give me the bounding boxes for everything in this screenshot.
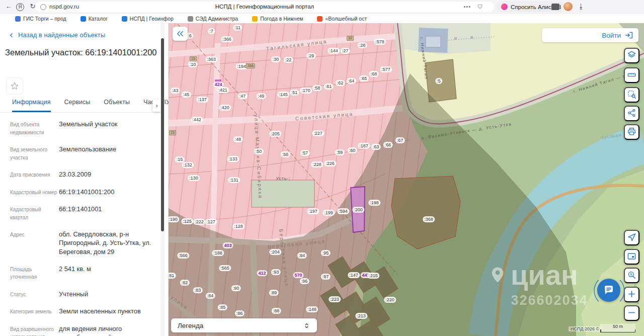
parcel-label[interactable]: :48: [233, 136, 243, 142]
parcel-label[interactable]: :205: [269, 131, 281, 137]
area-select-button[interactable]: [624, 87, 639, 103]
parcel-label[interactable]: :27: [341, 48, 350, 54]
parcel-label[interactable]: :132: [182, 162, 194, 168]
bookmark-icon[interactable]: ⛉: [478, 4, 482, 10]
parcel-label[interactable]: :97: [321, 274, 331, 280]
bookmark-item[interactable]: СЭД Администра: [188, 16, 238, 22]
parcel-label[interactable]: :197: [307, 208, 319, 214]
parcel-label[interactable]: :61: [324, 83, 334, 90]
parcel-label[interactable]: :85: [218, 304, 227, 310]
parcel-label[interactable]: :187: [358, 143, 370, 149]
parcel-label[interactable]: :421: [217, 87, 229, 93]
parcel-label[interactable]: :204: [269, 249, 281, 255]
parcel-label[interactable]: :226: [324, 160, 336, 166]
parcel-label[interactable]: :94: [297, 253, 307, 259]
parcel-label[interactable]: :565: [219, 265, 231, 271]
parcel-label[interactable]: 36А: [246, 63, 255, 68]
panel-scrollbar-thumb[interactable]: [161, 38, 164, 231]
parcel-label[interactable]: :62: [336, 80, 345, 86]
parcel-label[interactable]: :213: [355, 313, 367, 319]
parcel-label[interactable]: :566: [177, 253, 189, 259]
parcel-label[interactable]: :133: [227, 156, 239, 162]
bookmark-item[interactable]: Погода в Нижнем: [252, 16, 303, 22]
map-search-button[interactable]: [624, 268, 639, 283]
parcel-label[interactable]: :88: [272, 308, 281, 314]
parcel-label[interactable]: :363: [205, 56, 217, 62]
extension-icon[interactable]: [551, 4, 559, 10]
parcel-label[interactable]: :22: [284, 57, 293, 63]
parcel-label[interactable]: :63: [371, 144, 381, 150]
parcel-label[interactable]: :81: [169, 273, 176, 279]
parcel-label[interactable]: :222: [193, 219, 205, 225]
parcel-label[interactable]: :29: [306, 53, 316, 59]
parcel-label[interactable]: 15: [190, 56, 197, 61]
collapse-panel-button[interactable]: [173, 27, 188, 41]
locate-button[interactable]: [624, 230, 639, 245]
zoom-out-button[interactable]: [624, 305, 639, 321]
parcel-label[interactable]: :89: [269, 290, 279, 296]
parcel-label[interactable]: :137: [196, 97, 208, 103]
parcel-label[interactable]: :66: [383, 142, 393, 148]
parcel-label[interactable]: 412: [257, 270, 267, 276]
back-link[interactable]: Назад в найденные объекты: [8, 31, 105, 39]
parcel-label[interactable]: :58: [312, 85, 322, 91]
parcel-label[interactable]: :15: [175, 156, 185, 162]
parcel-label[interactable]: :594: [337, 208, 349, 214]
legend-bar[interactable]: Легенда: [171, 318, 317, 332]
login-button[interactable]: Войти: [542, 28, 638, 42]
zoom-in-button[interactable]: [624, 287, 639, 302]
favorite-button[interactable]: [6, 77, 23, 95]
parcel-label[interactable]: :578: [374, 39, 386, 45]
parcel-label[interactable]: :145: [277, 92, 289, 98]
parcel-label[interactable]: :96: [300, 278, 309, 284]
parcel-label[interactable]: :368: [423, 216, 435, 222]
parcel-label[interactable]: :49: [257, 93, 266, 99]
parcel-label[interactable]: :227: [312, 130, 324, 136]
parcel-label[interactable]: :47: [238, 93, 248, 99]
avatar[interactable]: [564, 2, 573, 11]
tab[interactable]: Сервисы: [64, 99, 91, 112]
download-icon[interactable]: ⭳: [577, 2, 586, 11]
parcel-label[interactable]: :200: [352, 207, 364, 213]
parcel-label[interactable]: :125: [181, 218, 193, 224]
parcel-label[interactable]: :84: [206, 293, 215, 299]
parcel-label[interactable]: :199: [323, 210, 335, 216]
layers-button[interactable]: [624, 48, 639, 63]
parcel-label[interactable]: 570: [293, 272, 303, 278]
tab[interactable]: Объекты: [104, 99, 130, 112]
parcel-label[interactable]: :215: [367, 273, 379, 279]
parcel-label[interactable]: :43: [171, 88, 180, 94]
parcel-label[interactable]: :68: [369, 71, 379, 77]
bookmark-item[interactable]: Каталог: [80, 16, 108, 22]
map-canvas[interactable]: Тагильская улицаСоветская улицаулица Мам…: [169, 23, 644, 336]
parcel-label[interactable]: :50: [254, 148, 264, 154]
parcel-label[interactable]: :90: [231, 285, 241, 291]
parcel-label[interactable]: :60: [348, 147, 357, 153]
parcel-label[interactable]: :577: [380, 66, 392, 72]
back-nav-icon[interactable]: ←: [4, 2, 13, 11]
parcel-label[interactable]: :56: [281, 151, 290, 157]
parcel-label[interactable]: :65: [359, 75, 369, 81]
share-button[interactable]: [624, 106, 639, 121]
parcel-label[interactable]: :10: [188, 61, 198, 67]
tabs-scroll-button[interactable]: ›: [152, 100, 161, 112]
parcel-label[interactable]: 403: [222, 242, 233, 248]
parcel-label[interactable]: Усть-:: [275, 176, 292, 182]
parcel-label[interactable]: :67: [395, 137, 405, 143]
bookmark-item[interactable]: «Волшебный ост: [317, 16, 367, 22]
parcel-label[interactable]: :170: [300, 88, 312, 94]
parcel-label[interactable]: :223: [329, 296, 341, 302]
parcel-label[interactable]: :147: [348, 272, 360, 278]
bookmark-item[interactable]: ГИС Торги – прод: [15, 16, 66, 22]
parcel-label[interactable]: :442: [191, 117, 203, 123]
parcel-label[interactable]: :7: [208, 28, 215, 34]
parcel-label[interactable]: 23: [169, 130, 176, 135]
parcel-label[interactable]: :95: [321, 250, 331, 256]
parcel-label[interactable]: :30: [271, 56, 281, 62]
parcel-label[interactable]: :198: [368, 200, 380, 206]
parcel-label[interactable]: :188: [212, 250, 224, 256]
parcel-label[interactable]: :5: [435, 78, 442, 84]
parcel-label[interactable]: :127: [205, 219, 217, 225]
parcel-label[interactable]: :83: [193, 287, 203, 293]
parcel-label[interactable]: :59: [335, 149, 345, 155]
